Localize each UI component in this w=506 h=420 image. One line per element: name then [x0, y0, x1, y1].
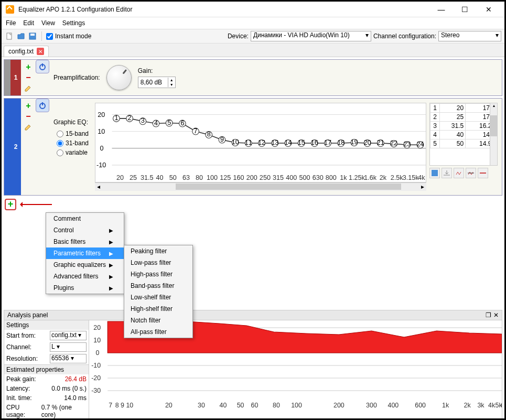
- menu-view[interactable]: View: [41, 19, 55, 27]
- svg-text:23: 23: [403, 140, 411, 148]
- new-file-icon[interactable]: [5, 31, 14, 41]
- geq-label: Graphic EQ:: [53, 119, 89, 126]
- svg-text:50: 50: [169, 174, 177, 181]
- menu-file[interactable]: File: [6, 19, 16, 27]
- resolution-select[interactable]: 65536 ▾: [50, 354, 87, 363]
- cpu-label: CPU usage:: [6, 404, 39, 418]
- minimize-button[interactable]: —: [429, 2, 453, 17]
- menu-notch[interactable]: Notch filter: [124, 315, 192, 326]
- svg-text:24: 24: [416, 140, 424, 148]
- menu-advanced-filters[interactable]: Advanced filters▶: [46, 271, 124, 282]
- maximize-button[interactable]: ☐: [453, 2, 477, 17]
- edit-icon[interactable]: [24, 84, 33, 92]
- menu-control[interactable]: Control▶: [46, 224, 124, 236]
- preamp-label: Preamplification:: [53, 74, 100, 81]
- filter-block-2: 2 + − Graphic EQ: 15-band 31-band variab…: [4, 98, 502, 196]
- spin-up-icon[interactable]: ▲: [168, 78, 175, 82]
- block-index: 1: [10, 60, 21, 95]
- undock-icon[interactable]: ❐: [486, 311, 491, 319]
- menu-highpass[interactable]: High-pass filter: [124, 268, 192, 280]
- tab-close-icon[interactable]: ✕: [37, 48, 44, 55]
- svg-text:3.15k: 3.15k: [403, 174, 419, 181]
- svg-text:9: 9: [121, 402, 124, 409]
- svg-text:10: 10: [232, 138, 239, 146]
- svg-text:200: 200: [246, 174, 257, 181]
- invert-icon[interactable]: [454, 168, 464, 178]
- remove-icon[interactable]: −: [24, 73, 33, 82]
- menu-basic-filters[interactable]: Basic filters▶: [46, 236, 124, 247]
- device-label: Device:: [228, 33, 249, 40]
- start-from-select[interactable]: config.txt ▾: [50, 331, 87, 340]
- radio-variable[interactable]: variable: [57, 149, 89, 156]
- power-toggle[interactable]: [36, 60, 49, 73]
- menu-allpass[interactable]: All-pass filter: [124, 326, 192, 338]
- add-icon[interactable]: +: [24, 102, 33, 110]
- channel-config-select[interactable]: Stereo ▾: [438, 31, 501, 41]
- tab-config[interactable]: config.txt ✕: [4, 46, 49, 57]
- gain-spinner[interactable]: ▲▼: [138, 77, 176, 88]
- channel-select[interactable]: L ▾: [50, 342, 87, 352]
- menu-lowpass[interactable]: Low-pass filter: [124, 257, 192, 268]
- cpu-value: 0.7 % (one core): [41, 404, 87, 418]
- power-toggle[interactable]: [36, 99, 49, 112]
- menu-parametric-filters[interactable]: Parametric filters▶: [46, 247, 124, 259]
- menu-bandpass[interactable]: Band-pass filter: [124, 280, 192, 292]
- annotation-arrow: [20, 204, 52, 205]
- add-icon[interactable]: +: [24, 63, 33, 71]
- block-handle[interactable]: [4, 99, 10, 195]
- eq-table[interactable]: 12017.8 22517.8 331.516.23 44014.6 55014…: [429, 103, 498, 166]
- svg-text:16: 16: [311, 138, 318, 146]
- add-filter-button[interactable]: +: [5, 199, 16, 210]
- svg-text:-10: -10: [91, 362, 101, 369]
- menu-lowshelf[interactable]: Low-shelf filter: [124, 292, 192, 303]
- chart-hscrollbar[interactable]: ◂▸: [95, 182, 426, 191]
- normalize-icon[interactable]: [466, 168, 476, 178]
- svg-text:7: 7: [194, 127, 198, 135]
- instant-mode-input[interactable]: [46, 33, 53, 40]
- menu-comment[interactable]: Comment: [46, 213, 124, 224]
- table-vscrollbar[interactable]: ▴: [490, 103, 497, 165]
- settings-header: Settings: [4, 320, 89, 330]
- svg-text:200: 200: [333, 402, 344, 409]
- device-select[interactable]: Динамики - VIA HD Audio(Win 10) ▾: [251, 31, 371, 41]
- svg-text:1.25k: 1.25k: [349, 174, 365, 181]
- svg-text:100: 100: [207, 174, 218, 181]
- svg-text:2k: 2k: [464, 402, 471, 409]
- reset-icon[interactable]: [478, 168, 488, 178]
- save-preset-icon[interactable]: [429, 168, 440, 178]
- menu-edit[interactable]: Edit: [23, 19, 34, 27]
- svg-text:1k: 1k: [442, 402, 449, 409]
- instant-mode-label: Instant mode: [55, 33, 91, 40]
- svg-text:6: 6: [180, 119, 184, 127]
- svg-text:20: 20: [93, 324, 101, 331]
- filter-block-1: 1 + − Preamplification: Gain: ▲▼: [4, 59, 502, 96]
- menu-highshelf[interactable]: High-shelf filter: [124, 303, 192, 315]
- gain-knob[interactable]: [106, 65, 132, 90]
- svg-rect-87: [432, 170, 438, 176]
- radio-15band[interactable]: 15-band: [57, 130, 89, 137]
- close-panel-icon[interactable]: ✕: [493, 311, 499, 319]
- radio-31band[interactable]: 31-band: [57, 139, 89, 147]
- gain-input[interactable]: [138, 79, 168, 86]
- menu-peaking[interactable]: Peaking filter: [124, 245, 192, 257]
- menu-plugins[interactable]: Plugins▶: [46, 282, 124, 294]
- import-icon[interactable]: [442, 168, 452, 178]
- open-file-icon[interactable]: [16, 31, 26, 41]
- close-button[interactable]: ✕: [477, 2, 500, 17]
- svg-text:0: 0: [95, 349, 99, 357]
- svg-text:20: 20: [165, 402, 173, 409]
- svg-text:60: 60: [251, 402, 259, 409]
- menu-graphic-eq[interactable]: Graphic equalizers▶: [46, 259, 124, 271]
- eq-chart[interactable]: 20 10 0 -10 1 2 3 4 5 6 7: [95, 103, 426, 182]
- svg-text:4k: 4k: [488, 402, 496, 409]
- svg-text:50: 50: [237, 402, 244, 409]
- menu-settings[interactable]: Settings: [62, 19, 85, 27]
- save-file-icon[interactable]: [28, 31, 37, 41]
- spin-down-icon[interactable]: ▼: [168, 82, 175, 87]
- remove-icon[interactable]: −: [24, 112, 33, 121]
- instant-mode-checkbox[interactable]: Instant mode: [46, 33, 91, 40]
- block-handle[interactable]: [4, 60, 10, 95]
- window-title: Equalizer APO 1.2.1 Configuration Editor: [18, 6, 429, 13]
- svg-text:1k: 1k: [340, 174, 347, 181]
- edit-icon[interactable]: [24, 123, 33, 131]
